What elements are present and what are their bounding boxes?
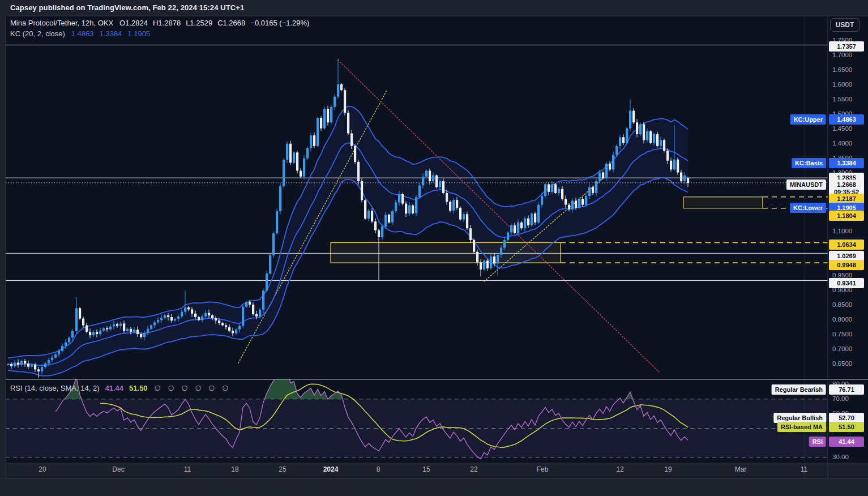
ohlc-open: O1.2824 bbox=[119, 19, 148, 27]
price-axis-tick: 0.7000 bbox=[832, 345, 852, 352]
kc-legend-row[interactable]: KC (20, 2, close) 1.4863 1.3384 1.1905 bbox=[10, 29, 156, 38]
axis-side-label: RSI bbox=[809, 437, 826, 447]
time-axis-tick: Feb bbox=[537, 465, 549, 473]
time-axis-tick: 19 bbox=[664, 465, 672, 473]
axis-side-label: RSI-based MA bbox=[777, 422, 826, 432]
attribution-text: Capsey published on TradingView.com, Feb… bbox=[10, 3, 244, 12]
rsi-legend-row[interactable]: RSI (14, close, SMA, 14, 2) 41.44 51.50 … bbox=[10, 384, 230, 392]
tradingview-published-chart: Capsey published on TradingView.com, Feb… bbox=[0, 0, 868, 496]
symbol-title[interactable]: Mina Protocol/Tether, 12h, OKX bbox=[10, 19, 113, 27]
price-axis-badge: 1.0634 bbox=[829, 240, 864, 250]
footer-bar: TradingView bbox=[0, 478, 868, 496]
axis-side-label: MINAUSDT bbox=[786, 179, 826, 190]
price-axis-tick: 1.6000 bbox=[832, 81, 852, 88]
price-change: −0.0165 (−1.29%) bbox=[250, 19, 309, 27]
time-axis-tick: 20 bbox=[39, 465, 46, 473]
price-axis-badge: 1.7357 bbox=[829, 41, 864, 52]
price-axis-tick: 0.8000 bbox=[832, 316, 852, 323]
chart-canvas[interactable] bbox=[6, 16, 868, 463]
price-axis-tick: 1.4500 bbox=[832, 125, 852, 132]
price-axis-badge: 0.9341 bbox=[829, 278, 864, 288]
ohlc-high: H1.2878 bbox=[153, 19, 181, 27]
time-axis-tick: 11 bbox=[184, 465, 191, 473]
kc-indicator-label[interactable]: KC (20, 2, close) bbox=[10, 29, 65, 38]
price-axis-tick: 1.7000 bbox=[832, 52, 852, 58]
price-axis-badge: 41.44 bbox=[829, 437, 864, 447]
price-axis-tick: 1.4000 bbox=[832, 140, 852, 147]
price-axis-badge: 0.9948 bbox=[829, 260, 864, 270]
axis-side-label: KC:Basis bbox=[792, 158, 826, 168]
price-axis-tick: 1.1000 bbox=[832, 228, 852, 234]
price-axis-badge: 76.71 bbox=[829, 384, 864, 395]
rsi-axis-tick: 30.00 bbox=[832, 454, 849, 460]
price-axis-badge: 1.4863 bbox=[829, 114, 864, 125]
axis-side-label: KC:Upper bbox=[790, 114, 826, 125]
axis-side-label: KC:Lower bbox=[790, 203, 826, 213]
price-axis-badge: 51.50 bbox=[829, 422, 864, 432]
time-axis-tick: 22 bbox=[470, 465, 477, 473]
price-axis-badge: 1.1804 bbox=[829, 211, 864, 221]
rsi-value: 41.44 bbox=[105, 384, 124, 392]
time-axis-tick: 18 bbox=[231, 465, 238, 473]
ohlc-close: C1.2668 bbox=[217, 19, 245, 27]
time-axis-tick: 8 bbox=[377, 465, 380, 473]
time-axis-tick: 2024 bbox=[323, 465, 339, 473]
time-axis-tick: 12 bbox=[616, 465, 623, 473]
price-axis-tick: 1.5500 bbox=[832, 96, 852, 102]
rsi-indicator-label[interactable]: RSI (14, close, SMA, 14, 2) bbox=[10, 384, 100, 392]
rsi-ma-value: 51.50 bbox=[129, 384, 148, 392]
time-axis-tick: 25 bbox=[279, 465, 286, 473]
price-axis-tick: 1.6500 bbox=[832, 66, 852, 73]
symbol-legend-row[interactable]: Mina Protocol/Tether, 12h, OKX O1.2824 H… bbox=[10, 19, 309, 27]
currency-toggle-usdt[interactable]: USDT bbox=[830, 18, 860, 32]
attribution-bar: Capsey published on TradingView.com, Feb… bbox=[0, 0, 868, 16]
time-axis-tick: 15 bbox=[422, 465, 430, 473]
kc-lower-value: 1.1905 bbox=[127, 29, 150, 38]
kc-basis-value: 1.3384 bbox=[100, 29, 122, 38]
time-axis-tick: 11 bbox=[801, 465, 807, 473]
price-axis-badge: 1.3384 bbox=[829, 158, 864, 168]
time-axis-tick: Mar bbox=[735, 465, 747, 473]
time-axis-tick: Dec bbox=[112, 465, 124, 473]
kc-upper-value: 1.4863 bbox=[71, 29, 94, 38]
price-axis-tick: 0.8500 bbox=[832, 301, 852, 308]
price-axis-tick: 0.7500 bbox=[832, 331, 852, 337]
price-axis-tick: 0.6500 bbox=[832, 360, 852, 367]
axis-side-label: Regular Bearish bbox=[772, 384, 826, 395]
rsi-divergence-glyphs: ∅ ∅ ∅ ∅ ∅ ∅ bbox=[155, 384, 230, 392]
ohlc-low: L1.2529 bbox=[186, 19, 212, 27]
rsi-axis-tick: 70.00 bbox=[832, 395, 849, 402]
